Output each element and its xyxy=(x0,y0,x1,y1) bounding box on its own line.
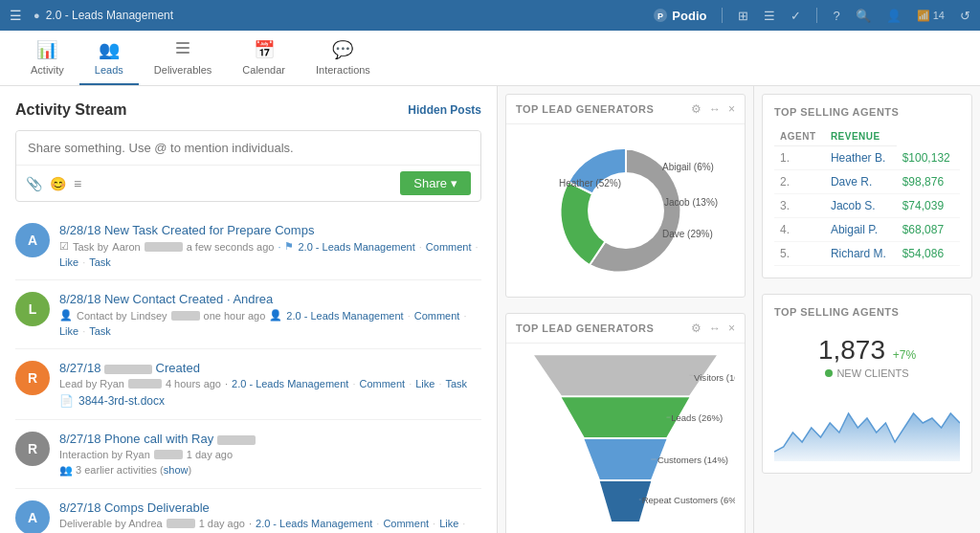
share-box: 📎 😊 ≡ Share ▾ xyxy=(15,130,481,202)
signal-icon: 📶 14 xyxy=(917,10,945,22)
activity-title[interactable]: 8/28/18 New Contact Created · Andrea xyxy=(59,292,481,306)
agent-name-cell[interactable]: Heather B. xyxy=(825,146,897,170)
area-chart xyxy=(774,394,960,461)
table-row: 5. Richard M. $54,086 xyxy=(774,242,960,266)
widget-actions: ⚙ ↔ × xyxy=(691,102,735,116)
activity-title[interactable]: 8/27/18 Comps Deliverable xyxy=(59,500,481,515)
agent-name-cell[interactable]: Richard M. xyxy=(825,242,897,266)
hamburger-icon[interactable]: ☰ xyxy=(10,8,22,23)
activity-item: L 8/28/18 New Contact Created · Andrea 👤… xyxy=(15,280,481,349)
area-chart-svg xyxy=(774,394,960,461)
svg-rect-4 xyxy=(176,52,189,54)
revenue-cell: $54,086 xyxy=(897,242,960,266)
secondary-nav: 📊 Activity 👥 Leads Deliverables 📅 Calend… xyxy=(0,31,980,86)
revenue-cell: $74,039 xyxy=(897,194,960,218)
activity-content: 8/28/18 New Task Created for Prepare Com… xyxy=(59,223,481,268)
interactions-icon: 💬 xyxy=(332,39,353,60)
charts-panel: TOP LEAD GENERATORS ⚙ ↔ × xyxy=(498,86,754,533)
funnel-svg: Visitors (100%) Leads (26%) Customers (1… xyxy=(516,351,735,528)
activity-content: 8/27/18 Created Lead by Ryan 4 hours ago… xyxy=(59,361,481,408)
table-row: 1. Heather B. $100,132 xyxy=(774,146,960,170)
svg-text:Customers (14%): Customers (14%) xyxy=(657,454,728,464)
nav-activity[interactable]: 📊 Activity xyxy=(15,32,79,85)
leads-icon: 👥 xyxy=(99,39,120,60)
activity-meta: 👤 Contact by Lindsey one hour ago 👤 2.0 … xyxy=(59,309,481,337)
check-nav-icon[interactable]: ✓ xyxy=(791,9,801,23)
share-dropdown-icon[interactable]: ▾ xyxy=(451,176,457,190)
show-earlier-link[interactable]: show xyxy=(164,464,189,476)
refresh-icon[interactable]: ↺ xyxy=(960,9,970,23)
activity-title[interactable]: 8/27/18 Phone call with Ray xyxy=(59,432,481,446)
svg-text:Leads (26%): Leads (26%) xyxy=(671,411,723,422)
col-agent: AGENT xyxy=(774,127,825,146)
settings-icon[interactable]: ⚙ xyxy=(691,102,702,116)
activity-item: R 8/27/18 Created Lead by Ryan 4 hours a… xyxy=(15,349,481,420)
nav-deliverables[interactable]: Deliverables xyxy=(139,32,228,85)
grid-nav-icon[interactable]: ⊞ xyxy=(738,9,748,23)
widget-header: TOP LEAD GENERATORS ⚙ ↔ × xyxy=(506,314,745,344)
doc-icon: 📄 xyxy=(59,394,74,408)
revenue-cell: $68,087 xyxy=(897,218,960,242)
funnel-chart: Visitors (100%) Leads (26%) Customers (1… xyxy=(506,344,745,533)
widget-title: TOP LEAD GENERATORS xyxy=(516,103,654,115)
svg-text:Repeat Customers (6%): Repeat Customers (6%) xyxy=(642,494,735,504)
svg-text:Abigail (6%): Abigail (6%) xyxy=(662,162,714,172)
share-input[interactable] xyxy=(16,131,480,165)
agent-name-cell[interactable]: Abigail P. xyxy=(825,218,897,242)
activity-title[interactable]: 8/28/18 New Task Created for Prepare Com… xyxy=(59,223,481,237)
metric-number: 1,873 +7% xyxy=(818,335,916,365)
widget-title: TOP SELLING AGENTS xyxy=(774,106,960,118)
app-label: ● 2.0 - Leads Management xyxy=(33,9,173,22)
table-row: 4. Abigail P. $68,087 xyxy=(774,218,960,242)
close-icon[interactable]: × xyxy=(728,322,735,335)
search-icon[interactable]: 🔍 xyxy=(856,9,871,23)
format-icon[interactable]: ≡ xyxy=(74,176,81,191)
podio-logo: P Podio xyxy=(653,8,706,23)
svg-text:Heather (52%): Heather (52%) xyxy=(559,178,621,189)
top-selling-agents-metric-widget: TOP SELLING AGENTS 1,873 +7% NEW CLIENTS xyxy=(762,294,972,474)
donut-chart: Heather (52%) Abigail (6%) Jacob (13%) D… xyxy=(506,124,745,297)
agent-name-cell[interactable]: Dave R. xyxy=(825,170,897,194)
settings-icon[interactable]: ⚙ xyxy=(691,322,702,335)
nav-calendar[interactable]: 📅 Calendar xyxy=(227,32,301,85)
avatar: A xyxy=(15,500,50,533)
svg-text:Visitors (100%): Visitors (100%) xyxy=(694,371,735,382)
attachment-link[interactable]: 📄 3844-3rd-st.docx xyxy=(59,394,481,408)
widget-header: TOP LEAD GENERATORS ⚙ ↔ × xyxy=(506,95,745,124)
expand-icon[interactable]: ↔ xyxy=(709,102,721,116)
activity-meta: Interaction by Ryan 1 day ago xyxy=(59,449,481,460)
activity-item: A 8/27/18 Comps Deliverable Deliverable … xyxy=(15,489,481,533)
top-selling-agents-widget: TOP SELLING AGENTS AGENT REVENUE 1. Heat… xyxy=(762,94,972,278)
agent-name-cell[interactable]: Jacob S. xyxy=(825,194,897,218)
share-button[interactable]: Share ▾ xyxy=(400,171,471,195)
nav-interactions[interactable]: 💬 Interactions xyxy=(301,32,386,85)
activity-meta: Deliverable by Andrea 1 day ago · 2.0 - … xyxy=(59,518,481,533)
close-icon[interactable]: × xyxy=(728,102,735,116)
table-nav-icon[interactable]: ☰ xyxy=(764,9,775,23)
lead-generators-donut-widget: TOP LEAD GENERATORS ⚙ ↔ × xyxy=(505,94,746,298)
metric-indicator xyxy=(825,369,833,377)
avatar: L xyxy=(15,292,50,326)
help-icon[interactable]: ? xyxy=(833,9,839,23)
emoji-icon[interactable]: 😊 xyxy=(50,176,66,191)
activity-title[interactable]: 8/27/18 Created xyxy=(59,361,481,375)
hidden-posts-link[interactable]: Hidden Posts xyxy=(408,103,481,117)
attachment-icon[interactable]: 📎 xyxy=(26,176,42,191)
avatar: R xyxy=(15,432,50,466)
main-content: Activity Stream Hidden Posts 📎 😊 ≡ Share… xyxy=(0,86,980,533)
activity-content: 8/27/18 Phone call with Ray Interaction … xyxy=(59,432,481,477)
activity-meta: ☑ Task by Aaron a few seconds ago · ⚑ 2.… xyxy=(59,240,481,268)
svg-rect-2 xyxy=(176,42,189,44)
widget-actions: ⚙ ↔ × xyxy=(691,322,735,335)
table-row: 2. Dave R. $98,876 xyxy=(774,170,960,194)
agents-table: AGENT REVENUE 1. Heather B. $100,132 2. … xyxy=(774,127,960,266)
svg-rect-3 xyxy=(176,47,189,49)
rank-cell: 1. xyxy=(774,146,825,170)
top-bar: ☰ ● 2.0 - Leads Management P Podio ⊞ ☰ ✓… xyxy=(0,0,980,31)
earlier-activities: 👥 3 earlier activities (show) xyxy=(59,464,481,477)
expand-icon[interactable]: ↔ xyxy=(709,322,721,335)
nav-leads[interactable]: 👥 Leads xyxy=(79,32,139,85)
widget-title: TOP SELLING AGENTS xyxy=(774,306,960,318)
user-icon[interactable]: 👤 xyxy=(886,9,902,23)
activity-stream-panel: Activity Stream Hidden Posts 📎 😊 ≡ Share… xyxy=(0,86,498,533)
